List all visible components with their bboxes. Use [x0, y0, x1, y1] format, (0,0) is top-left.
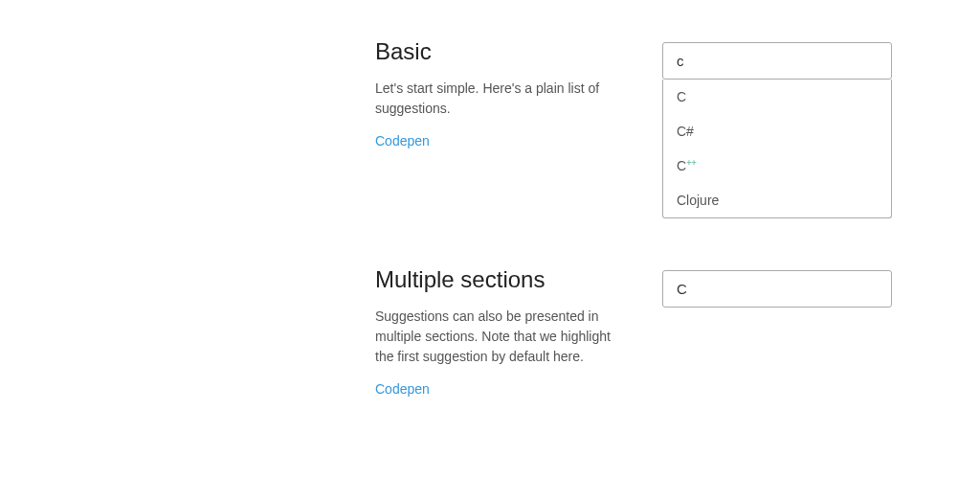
suggestion-item[interactable]: C: [663, 80, 891, 114]
multiple-info: Multiple sections Suggestions can also b…: [375, 266, 624, 398]
multiple-demo: [662, 266, 892, 398]
basic-suggestions-list: C C# C++ Clojure: [662, 80, 892, 218]
suggestion-item[interactable]: C++: [663, 148, 891, 183]
basic-section: Basic Let's start simple. Here's a plain…: [375, 38, 844, 218]
basic-heading: Basic: [375, 38, 624, 65]
multiple-input-wrapper: [662, 270, 892, 308]
basic-description: Let's start simple. Here's a plain list …: [375, 79, 624, 119]
multiple-description: Suggestions can also be presented in mul…: [375, 307, 624, 367]
multiple-section: Multiple sections Suggestions can also b…: [375, 266, 844, 398]
basic-input-wrapper: C C# C++ Clojure: [662, 42, 892, 218]
basic-codepen-link[interactable]: Codepen: [375, 133, 430, 148]
basic-autosuggest-input[interactable]: [662, 42, 892, 80]
basic-demo: C C# C++ Clojure: [662, 38, 892, 218]
multiple-codepen-link[interactable]: Codepen: [375, 381, 430, 397]
basic-info: Basic Let's start simple. Here's a plain…: [375, 38, 624, 218]
suggestion-item[interactable]: Clojure: [663, 183, 891, 217]
multiple-autosuggest-input[interactable]: [662, 270, 892, 308]
suggestion-item[interactable]: C#: [663, 114, 891, 148]
multiple-heading: Multiple sections: [375, 266, 624, 293]
